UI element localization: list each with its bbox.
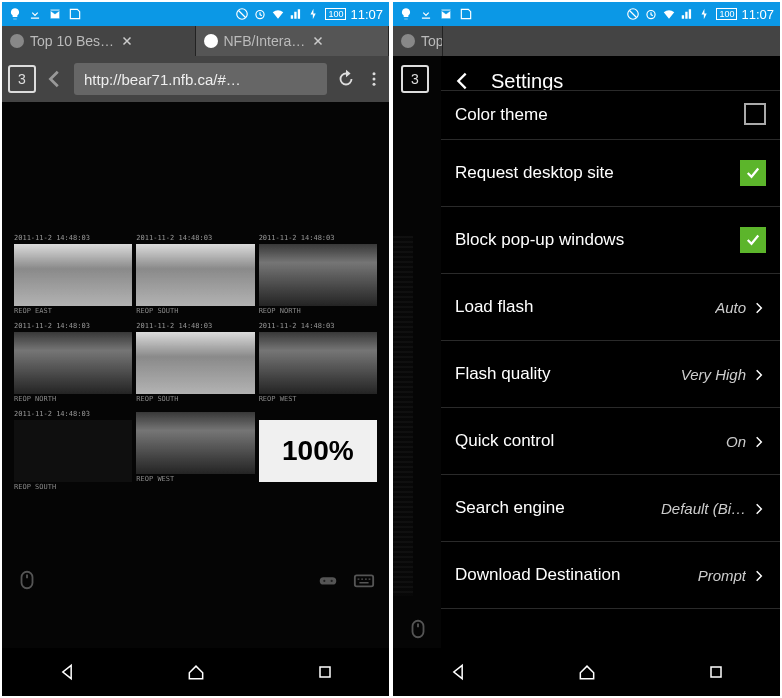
- note-icon: [68, 7, 82, 21]
- tab-strip: Top 10 Bes… NFB/Intera…: [2, 26, 389, 56]
- back-icon[interactable]: [44, 68, 66, 90]
- nav-back-icon[interactable]: [448, 662, 468, 682]
- cam-thumb[interactable]: 2011-11-2 14:48:03REOP SOUTH: [136, 232, 254, 316]
- note-icon: [459, 7, 473, 21]
- close-icon[interactable]: [120, 34, 134, 48]
- setting-color-theme[interactable]: Color theme: [441, 90, 780, 140]
- tab-count-button[interactable]: 3: [8, 65, 36, 93]
- nav-home-icon[interactable]: [186, 662, 206, 682]
- mail-icon: [48, 7, 62, 21]
- setting-value: Auto: [715, 299, 746, 316]
- setting-request-desktop[interactable]: Request desktop site: [441, 140, 780, 207]
- svg-point-4: [373, 83, 376, 86]
- svg-point-7: [331, 580, 333, 582]
- wifi-icon: [662, 7, 676, 21]
- setting-value: On: [726, 433, 746, 450]
- svg-point-2: [373, 72, 376, 75]
- alarm-icon: [253, 7, 267, 21]
- camera-grid: 2011-11-2 14:48:03REOP EAST 2011-11-2 14…: [14, 232, 377, 492]
- settings-overlay: Settings Color theme Request desktop sit…: [441, 56, 780, 648]
- setting-search-engine[interactable]: Search engine Default (Bi…: [441, 475, 780, 542]
- no-sim-icon: [235, 7, 249, 21]
- clock-time: 11:07: [741, 7, 774, 22]
- url-bar: 3 http://bear71.nfb.ca/#…: [2, 56, 389, 102]
- svg-rect-5: [320, 577, 337, 584]
- mouse-icon[interactable]: [407, 618, 429, 640]
- browser-tab-1[interactable]: NFB/Intera…: [196, 26, 390, 56]
- android-navbar: [393, 648, 780, 696]
- alarm-icon: [644, 7, 658, 21]
- status-bar: 100 11:07: [393, 2, 780, 26]
- loading-percent: 100%: [259, 420, 377, 482]
- nav-recent-icon[interactable]: [315, 662, 335, 682]
- svg-rect-8: [355, 575, 373, 586]
- tab-label: Top 10 Bes…: [30, 33, 114, 49]
- svg-point-6: [323, 580, 325, 582]
- tab-strip: Top 1…: [393, 26, 780, 56]
- setting-download-destination[interactable]: Download Destination Prompt: [441, 542, 780, 609]
- favicon-icon: [10, 34, 24, 48]
- bg-pattern: [393, 236, 413, 596]
- download-icon: [28, 7, 42, 21]
- chevron-right-icon: [752, 434, 766, 448]
- tab-label: NFB/Intera…: [224, 33, 306, 49]
- mail-icon: [439, 7, 453, 21]
- lightbulb-icon: [399, 7, 413, 21]
- status-bar: 100 11:07: [2, 2, 389, 26]
- battery-level: 100: [716, 8, 737, 20]
- setting-flash-quality[interactable]: Flash quality Very High: [441, 341, 780, 408]
- gamepad-icon[interactable]: [317, 569, 339, 591]
- svg-rect-12: [711, 667, 721, 677]
- nav-recent-icon[interactable]: [706, 662, 726, 682]
- cam-thumb[interactable]: 2011-11-2 14:48:03REOP SOUTH: [136, 320, 254, 404]
- clock-time: 11:07: [350, 7, 383, 22]
- tab-label: Top 1…: [421, 33, 443, 49]
- url-input[interactable]: http://bear71.nfb.ca/#…: [74, 63, 327, 95]
- setting-block-popups[interactable]: Block pop-up windows: [441, 207, 780, 274]
- charge-icon: [307, 7, 321, 21]
- download-icon: [419, 7, 433, 21]
- settings-list[interactable]: Color theme Request desktop site Block p…: [441, 90, 780, 609]
- back-chevron-icon[interactable]: [451, 70, 473, 92]
- favicon-icon: [204, 34, 218, 48]
- empty-box-icon: [744, 103, 766, 125]
- browser-tab-0[interactable]: Top 1…: [393, 26, 443, 56]
- cam-thumb[interactable]: 2011-11-2 14:48:03REOP EAST: [14, 232, 132, 316]
- lightbulb-icon: [8, 7, 22, 21]
- cam-thumb[interactable]: REOP WEST: [136, 408, 254, 492]
- setting-quick-control[interactable]: Quick control On: [441, 408, 780, 475]
- keyboard-icon[interactable]: [353, 569, 375, 591]
- chevron-right-icon: [752, 501, 766, 515]
- svg-rect-9: [320, 667, 330, 677]
- cam-thumb[interactable]: 100%: [259, 408, 377, 492]
- reload-icon[interactable]: [335, 68, 357, 90]
- browser-tab-0[interactable]: Top 10 Bes…: [2, 26, 196, 56]
- svg-point-3: [373, 78, 376, 81]
- checkbox-checked-icon[interactable]: [740, 227, 766, 253]
- nav-home-icon[interactable]: [577, 662, 597, 682]
- setting-value: Very High: [681, 366, 746, 383]
- cam-thumb[interactable]: 2011-11-2 14:48:03REOP WEST: [259, 320, 377, 404]
- favicon-icon: [401, 34, 415, 48]
- setting-load-flash[interactable]: Load flash Auto: [441, 274, 780, 341]
- signal-icon: [289, 7, 303, 21]
- no-sim-icon: [626, 7, 640, 21]
- battery-level: 100: [325, 8, 346, 20]
- setting-value: Prompt: [698, 567, 746, 584]
- nav-back-icon[interactable]: [57, 662, 77, 682]
- mouse-icon[interactable]: [16, 569, 38, 591]
- checkbox-checked-icon[interactable]: [740, 160, 766, 186]
- tab-count-button[interactable]: 3: [401, 65, 429, 93]
- page-content[interactable]: 2011-11-2 14:48:03REOP EAST 2011-11-2 14…: [2, 102, 389, 648]
- wifi-icon: [271, 7, 285, 21]
- cam-thumb[interactable]: 2011-11-2 14:48:03REOP NORTH: [259, 232, 377, 316]
- more-icon[interactable]: [365, 68, 383, 90]
- charge-icon: [698, 7, 712, 21]
- signal-icon: [680, 7, 694, 21]
- chevron-right-icon: [752, 568, 766, 582]
- left-phone: 100 11:07 Top 10 Bes… NFB/Intera… 3 http…: [2, 2, 389, 696]
- cam-thumb[interactable]: 2011-11-2 14:48:03REOP NORTH: [14, 320, 132, 404]
- close-icon[interactable]: [311, 34, 325, 48]
- chevron-right-icon: [752, 300, 766, 314]
- cam-thumb[interactable]: 2011-11-2 14:48:03REOP SOUTH: [14, 408, 132, 492]
